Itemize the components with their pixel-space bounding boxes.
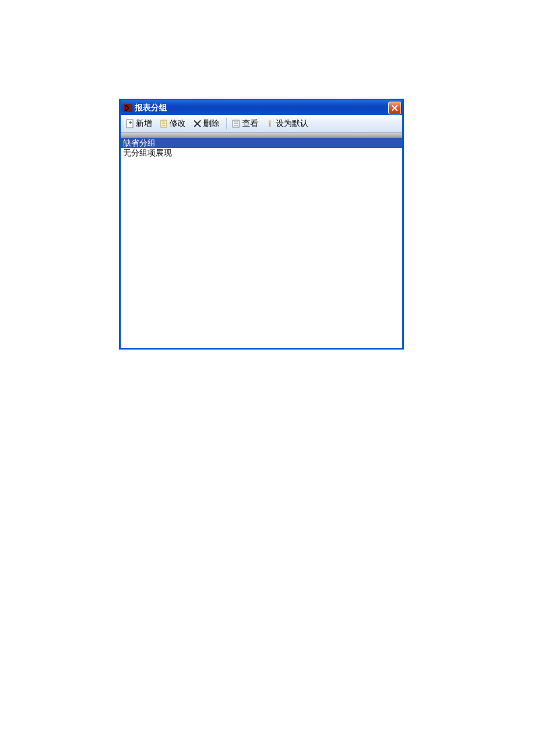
edit-icon: [159, 119, 168, 128]
app-icon: [123, 103, 132, 113]
svg-rect-1: [125, 105, 126, 111]
window-title: 报表分组: [135, 103, 388, 113]
close-button[interactable]: [388, 102, 401, 114]
add-button[interactable]: 新增: [123, 117, 157, 130]
set-default-button[interactable]: 设为默认: [263, 117, 313, 130]
edit-label: 修改: [169, 118, 186, 129]
list-item-label: 缺省分组: [123, 138, 156, 147]
view-label: 查看: [242, 118, 258, 129]
delete-icon: [193, 119, 202, 128]
add-label: 新增: [136, 118, 152, 129]
add-icon: [125, 119, 135, 128]
list-header-bar: [121, 133, 402, 138]
close-icon: [391, 105, 398, 111]
toolbar: 新增 修改 删除: [121, 115, 402, 133]
list-item-label: 无分组项展现: [123, 148, 172, 157]
svg-rect-4: [130, 121, 131, 124]
set-default-label: 设为默认: [276, 118, 308, 129]
delete-button[interactable]: 删除: [190, 117, 224, 130]
list-item[interactable]: 无分组项展现: [121, 148, 402, 158]
view-icon: [232, 119, 241, 128]
view-button[interactable]: 查看: [229, 117, 263, 130]
edit-button[interactable]: 修改: [157, 117, 190, 130]
wand-icon: [265, 119, 275, 128]
delete-label: 删除: [203, 118, 219, 129]
titlebar[interactable]: 报表分组: [121, 100, 402, 115]
list-item[interactable]: 缺省分组: [121, 138, 402, 148]
toolbar-separator: [226, 118, 227, 129]
dialog-window: 报表分组 新增: [119, 99, 404, 350]
group-list[interactable]: 缺省分组 无分组项展现: [121, 138, 402, 348]
content-area: 缺省分组 无分组项展现: [121, 132, 402, 348]
